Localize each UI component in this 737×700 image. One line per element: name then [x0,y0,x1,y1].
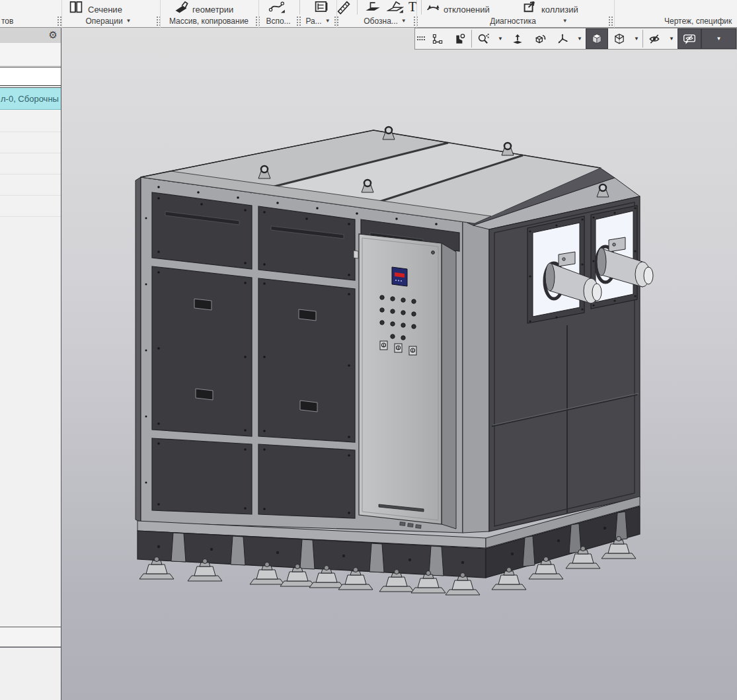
group-drag-handle[interactable] [296,16,301,26]
deviation-analysis-icon [425,0,441,15]
panel-row[interactable] [0,627,61,648]
shaded-display-button[interactable] [586,28,608,49]
place-component-button[interactable] [449,28,471,49]
hide-in-component-button[interactable] [678,28,701,49]
selected-item-label: л-0, Сборочны [1,94,59,104]
chevron-down-icon: ▼ [634,36,639,42]
orientation-triad-icon [557,33,568,45]
ribbon-group-auxiliary[interactable]: Вспо... [262,15,295,27]
deviation-analysis-button[interactable]: отклонений [425,0,490,15]
collision-check-icon [522,0,538,15]
measure-button[interactable] [336,0,352,15]
orientation-options-dropdown[interactable]: ▼ [574,28,586,49]
zoom-area-button[interactable] [472,28,494,49]
application-window: Сечение геометрии [0,0,737,700]
toolbar-separator [299,0,300,15]
panel-empty-area [0,217,61,627]
ribbon-group-separator [258,0,259,28]
zoom-icon [477,33,489,45]
eye-bubble-icon [683,33,696,45]
wireframe-cube-icon [613,33,625,45]
text-button[interactable]: T [408,0,416,15]
ribbon-toolbar: Сечение геометрии [0,0,737,28]
door-hole [432,251,435,254]
hide-options-dropdown[interactable]: ▼ [666,28,678,49]
panel-row[interactable] [0,175,61,196]
chevron-down-icon: ▼ [325,18,330,24]
collision-check-button[interactable]: коллизий [522,0,578,15]
coordinate-system-button[interactable] [426,28,449,49]
panel-empty-area [0,649,61,700]
toolbar-drag-handle[interactable] [415,28,426,49]
group-drag-handle[interactable] [57,16,61,26]
panel-row[interactable] [0,43,61,66]
hide-in-component-options-dropdown[interactable]: ▼ [701,28,736,49]
chevron-down-icon: ▼ [126,18,132,24]
datum-target-button[interactable] [387,0,404,15]
deviation-analysis-label: отклонений [444,5,490,15]
normal-to-button[interactable] [506,28,529,49]
wireframe-display-button[interactable] [608,28,631,49]
ribbon-group-designations[interactable]: Обозна...▼ [357,15,413,27]
ribbon-group-array-copy[interactable]: Массив, копирование [165,15,252,27]
ribbon-groups-row: тов Операции▼ Массив, копирование Вспо..… [0,15,737,27]
ribbon-buttons-row: Сечение геометрии [0,0,737,15]
ribbon-group-drawing-spec[interactable]: Чертеж, специфик [664,15,737,27]
ribbon-group-operations[interactable]: Операции▼ [66,15,151,27]
datum-target-icon [387,0,404,15]
toolbar-separator [357,0,358,15]
copy-geometry-button[interactable]: геометрии [173,0,233,15]
panel-row[interactable] [0,133,61,153]
group-drag-handle[interactable] [608,16,613,26]
ribbon-group-separator [614,0,615,28]
chevron-down-icon: ▼ [498,36,503,42]
ribbon-group-separator [61,0,62,28]
panel-row-selected[interactable]: л-0, Сборочны [0,87,61,110]
corner-post [463,221,489,533]
text-tool-glyph: T [408,0,416,15]
cabinet-3d-model[interactable] [136,127,653,595]
panel-row[interactable] [0,154,61,175]
ribbon-group-clipped[interactable]: тов [1,15,28,27]
chevron-down-icon: ▼ [562,18,568,24]
viewport-3d-canvas[interactable] [61,28,737,700]
rotate-view-button[interactable] [529,28,551,49]
chevron-down-icon: ▼ [717,36,722,42]
normal-to-icon [512,33,524,45]
gear-icon[interactable]: ⚙ [49,29,58,42]
panel-row-input[interactable] [0,67,61,86]
chevron-down-icon: ▼ [577,36,582,42]
section-button[interactable]: Сечение [68,0,122,15]
copy-geometry-label: геометрии [192,5,233,15]
ribbon-group-diagnostics[interactable]: Диагностика▼ [463,15,595,27]
orientation-triad-button[interactable] [551,28,574,49]
control-door[interactable] [354,234,456,529]
viewport-3d[interactable] [61,28,737,700]
chevron-down-icon: ▼ [669,36,674,42]
toolbar-separator [421,0,422,15]
measure-icon [336,0,352,15]
section-icon [68,0,84,15]
parameters-panel: ⚙ л-0, Сборочны [0,28,61,700]
ribbon-group-separator [336,0,337,28]
zoom-options-dropdown[interactable]: ▼ [494,28,506,49]
hide-objects-button[interactable] [643,28,666,49]
datum-button[interactable] [364,0,381,15]
section-label: Сечение [88,5,122,15]
door-display [392,267,407,286]
ribbon-group-separator [416,0,417,28]
auto-dimension-button[interactable] [313,0,329,15]
eye-slash-icon [648,33,660,45]
copy-geometry-icon [173,0,189,15]
spline-button[interactable] [268,0,286,15]
rotate-view-icon [534,33,546,45]
auto-dimension-icon [313,0,329,15]
chevron-down-icon: ▼ [401,18,407,24]
panel-header: ⚙ [0,28,61,44]
panel-row[interactable] [0,196,61,217]
ribbon-group-dimensions[interactable]: Ра...▼ [303,15,333,27]
panel-row[interactable] [0,110,61,132]
display-options-dropdown[interactable]: ▼ [631,28,642,49]
shaded-cube-icon [591,33,603,45]
place-component-icon [454,33,466,45]
